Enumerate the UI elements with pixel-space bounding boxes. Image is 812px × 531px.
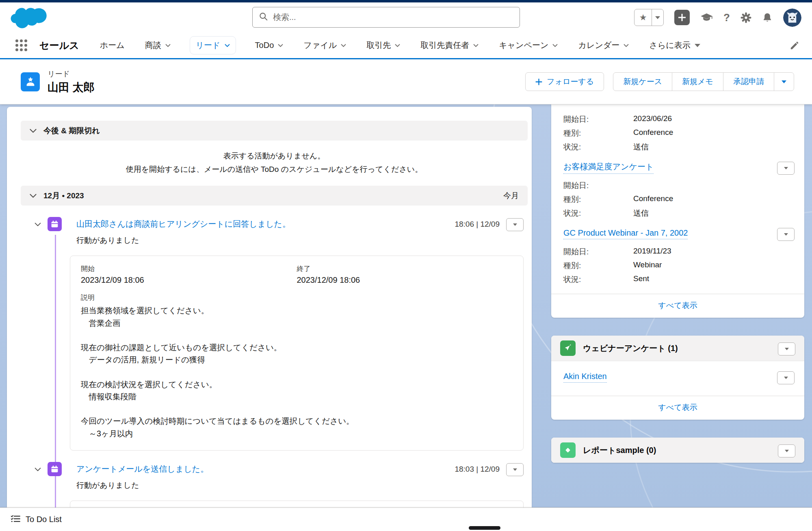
tab-contacts[interactable]: 取引先責任者 [419,36,480,54]
field-value: Conference [633,194,673,205]
page-content: 今後 & 期限切れ 表示する活動がありません。 使用を開始するには、メールの送信… [0,104,812,508]
month-title: 12月 • 2023 [43,191,84,201]
app-launcher-icon[interactable] [15,39,27,51]
start-value: 2023/12/09 18:06 [81,275,297,285]
chevron-down-icon[interactable] [30,129,37,133]
new-case-button[interactable]: 新規ケース [613,72,672,91]
chevron-down-icon [785,450,789,452]
row-actions-button[interactable] [777,228,795,241]
list-actions-button[interactable] [778,342,795,355]
field-row: 状況: 送信 [551,206,804,220]
todo-list-label: To Do List [26,515,62,524]
setup-gear-icon[interactable] [741,12,751,23]
todo-list-utility-item[interactable]: To Do List [0,508,72,531]
favorites-star-icon[interactable]: ★ [634,9,652,26]
section-title: 今後 & 期限切れ [43,126,100,136]
end-column: 終了 2023/12/09 18:06 [297,264,513,285]
tab-label: キャンペーン [499,40,548,51]
tab-label: リード [196,40,221,51]
campaign-history-card: 開始日: 2023/06/26 種別: Conference 状況: 送信 お客… [551,104,804,318]
related-record-link[interactable]: Akin Kristen [563,372,607,383]
favorites-menu-button[interactable] [652,9,663,26]
tab-label: ホーム [100,40,125,51]
field-row: 状況: Sent [551,273,804,286]
record-title-block: リード 山田 太郎 [48,69,95,95]
guidance-icon[interactable] [700,13,713,22]
row-actions-button[interactable] [777,371,795,384]
tab-opportunities[interactable]: 商談 [144,36,172,54]
campaign-link[interactable]: GC Product Webinar - Jan 7, 2002 [563,228,688,239]
view-all-footer: すべて表示 [551,294,804,318]
plus-icon [535,78,542,85]
chevron-down-icon [35,223,41,226]
tab-label: ファイル [303,40,337,51]
webinar-survey-icon [560,340,576,356]
tab-campaigns[interactable]: キャンペーン [498,36,559,54]
campaign-entry: 開始日: 2023/06/26 種別: Conference 状況: 送信 [551,113,804,154]
upcoming-overdue-section[interactable]: 今後 & 期限切れ [21,121,528,141]
field-value: Sent [633,274,649,285]
chevron-down-icon [784,377,788,379]
tab-more[interactable]: さらに表示 [648,36,701,54]
edit-nav-pencil-icon[interactable] [789,40,800,51]
chevron-down-icon[interactable] [30,194,37,198]
expand-toggle[interactable] [35,221,41,228]
view-all-link[interactable]: すべて表示 [658,403,697,412]
expand-toggle[interactable] [35,466,41,473]
chevron-down-icon [784,233,788,236]
header-actions: ★ ? [634,2,801,33]
event-description: 説明 担当業務領域を選択してください。 営業企画 現在の御社の課題として近いもの… [81,293,513,439]
search-input[interactable] [272,12,513,22]
submit-approval-button[interactable]: 承認申請 [723,72,774,91]
follow-button[interactable]: フォローする [525,72,604,91]
global-actions-button[interactable] [674,10,690,25]
tab-leads[interactable]: リード [190,36,236,54]
field-label: 開始日: [563,247,633,257]
webinar-survey-card: ウェビナーアンケート (1) Akin Kristen すべて表示 [551,336,804,420]
related-list-title: ウェビナーアンケート (1) [583,343,678,354]
help-icon[interactable]: ? [723,11,730,24]
start-column: 開始 2023/12/09 18:06 [81,264,297,285]
field-label: 状況: [563,208,633,219]
timeline-item-timestamp: 18:03 | 12/09 [455,462,500,476]
tab-calendar[interactable]: カレンダー [577,36,630,54]
month-section[interactable]: 12月 • 2023 今月 [21,186,528,206]
app-name[interactable]: セールス [39,39,79,52]
report-sample-icon [560,442,576,458]
user-avatar[interactable] [783,9,801,27]
row-actions-button[interactable] [777,162,795,175]
related-list-header[interactable]: レポートsample (0) [551,438,804,463]
field-label: 種別: [563,260,633,271]
row-actions-button[interactable] [506,463,524,476]
tab-todo[interactable]: ToDo [254,37,285,54]
more-actions-button[interactable] [774,72,794,91]
related-list-header[interactable]: ウェビナーアンケート (1) [551,336,804,361]
campaign-link-row: GC Product Webinar - Jan 7, 2002 [551,220,804,245]
field-value: 送信 [633,208,649,219]
field-value: Conference [633,128,673,139]
campaign-link[interactable]: お客様満足度アンケート [563,161,654,174]
tab-label: 取引先責任者 [420,40,469,51]
tab-files[interactable]: ファイル [302,36,347,54]
field-row: 開始日: 2019/11/23 [551,245,804,259]
timeline-item-link[interactable]: アンケートメールを送信しました。 [76,462,448,476]
row-actions-button[interactable] [506,218,524,231]
horizontal-scrollbar-thumb[interactable] [469,526,500,530]
chevron-down-icon [784,167,788,169]
field-label: 状況: [563,142,633,152]
timeline-item-link[interactable]: 山田太郎さんは商談前ヒアリングシートに回答しました。 [76,217,448,231]
view-all-link[interactable]: すべて表示 [658,301,697,310]
new-note-button[interactable]: 新規メモ [672,72,723,91]
chevron-down-icon [473,44,479,47]
notifications-bell-icon[interactable] [762,12,773,23]
tab-accounts[interactable]: 取引先 [365,36,401,54]
global-header: ★ ? [0,2,812,33]
empty-line: 使用を開始するには、メールの送信や ToDo のスケジュールなどを行ってください… [21,163,528,176]
tab-home[interactable]: ホーム [99,36,126,54]
tab-label: ToDo [255,41,274,50]
timeline-item-header: 山田太郎さんは商談前ヒアリングシートに回答しました。 18:06 | 12/09 [76,217,524,231]
this-month-label: 今月 [503,191,519,201]
list-actions-button[interactable] [778,444,795,457]
timeline-empty-state: 表示する活動がありません。 使用を開始するには、メールの送信や ToDo のスケ… [21,141,528,186]
chevron-down-icon [782,80,786,83]
